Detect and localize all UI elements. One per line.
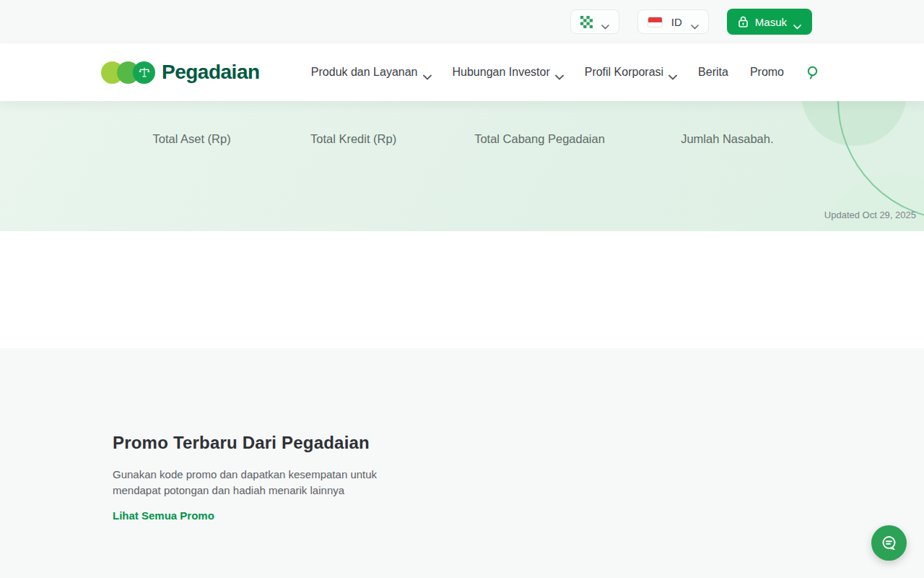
nav-menu: Produk dan Layanan Hubungan Investor Pro… (311, 65, 821, 80)
search-icon (806, 65, 821, 80)
stat-label-total-aset: Total Aset (Rp) (152, 132, 230, 146)
nav-item-produk-dan-layanan[interactable]: Produk dan Layanan (311, 66, 431, 79)
apps-menu-dropdown[interactable] (570, 9, 619, 34)
language-selector[interactable]: ID (637, 9, 709, 34)
language-code: ID (671, 16, 682, 28)
stat-label-total-cabang: Total Cabang Pegadaian (474, 132, 605, 146)
scales-icon (138, 66, 151, 78)
promo-section-title: Promo Terbaru Dari Pegadaian (113, 433, 924, 453)
apps-grid-icon (580, 16, 593, 28)
chevron-down-icon (793, 20, 801, 25)
main-navbar: Pegadaian Produk dan Layanan Hubungan In… (0, 43, 924, 101)
nav-item-label: Profil Korporasi (585, 66, 663, 79)
chevron-down-icon (555, 70, 563, 75)
search-button[interactable] (806, 65, 821, 80)
nav-item-promo[interactable]: Promo (750, 66, 784, 79)
lock-icon (738, 16, 749, 27)
logo-circles-icon (101, 61, 155, 84)
stats-hero-section: Total Aset (Rp) Total Kredit (Rp) Total … (0, 101, 924, 231)
nav-item-profil-korporasi[interactable]: Profil Korporasi (585, 66, 676, 79)
top-utility-bar: ID Masuk (0, 0, 924, 43)
see-all-promo-link[interactable]: Lihat Semua Promo (113, 509, 214, 522)
nav-item-label: Hubungan Investor (453, 66, 550, 79)
indonesia-flag-icon (648, 17, 663, 27)
stat-label-jumlah-nasabah: Jumlah Nasabah. (681, 132, 773, 146)
nav-item-label: Berita (698, 66, 728, 79)
chevron-down-icon (423, 70, 431, 75)
chevron-down-icon (668, 70, 676, 75)
nav-item-berita[interactable]: Berita (698, 66, 728, 79)
pegadaian-logo[interactable]: Pegadaian (101, 61, 260, 84)
stat-label-total-kredit: Total Kredit (Rp) (310, 132, 396, 146)
brand-name: Pegadaian (162, 61, 260, 84)
nav-item-label: Promo (750, 66, 784, 79)
stats-updated-date: Updated Oct 29, 2025 (824, 210, 916, 220)
promo-section-description: Gunakan kode promo dan dapatkan kesempat… (113, 467, 424, 499)
chevron-down-icon (691, 20, 699, 25)
empty-content-area (0, 231, 924, 348)
login-button[interactable]: Masuk (727, 9, 812, 35)
nav-item-hubungan-investor[interactable]: Hubungan Investor (453, 66, 563, 79)
promo-section: Promo Terbaru Dari Pegadaian Gunakan kod… (0, 348, 924, 578)
login-label: Masuk (755, 16, 787, 28)
chevron-down-icon (601, 20, 609, 25)
nav-item-label: Produk dan Layanan (311, 66, 418, 79)
chat-bubble-icon (880, 534, 899, 553)
chat-fab-button[interactable] (871, 525, 907, 561)
